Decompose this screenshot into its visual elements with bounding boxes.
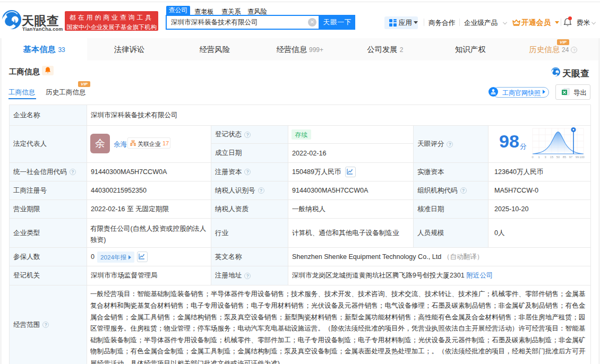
svg-text:85: 85 [563, 155, 566, 159]
svg-text:50: 50 [556, 155, 560, 159]
svg-text:3: 3 [544, 155, 546, 159]
svg-text:99: 99 [576, 155, 579, 159]
svg-text:100: 100 [579, 155, 585, 159]
svg-text:15: 15 [550, 155, 553, 159]
svg-text:97: 97 [569, 155, 572, 159]
svg-text:1: 1 [538, 155, 539, 159]
svg-text:0: 0 [532, 155, 533, 159]
